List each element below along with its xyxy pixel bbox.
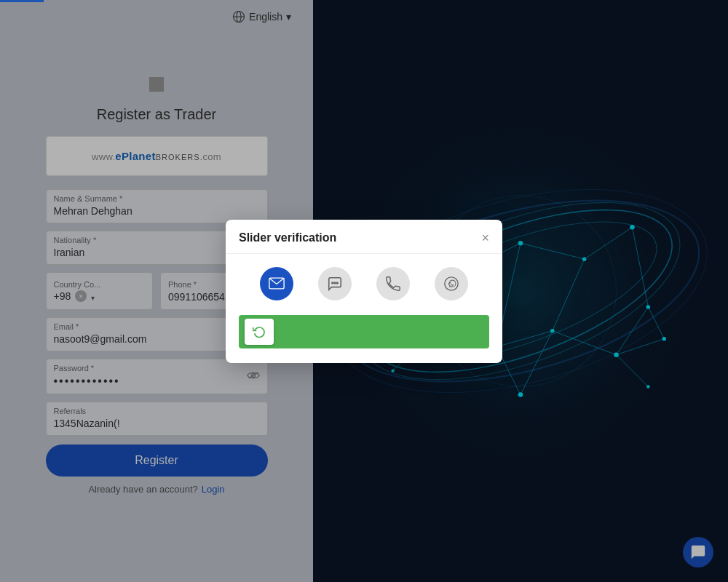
modal-close-button[interactable]: ×: [481, 231, 489, 244]
svg-point-50: [334, 282, 336, 284]
modal-icons-row: [226, 254, 502, 311]
phone-contact-icon[interactable]: [376, 267, 410, 300]
svg-point-49: [332, 282, 333, 284]
slider-handle[interactable]: [245, 319, 274, 345]
modal-overlay: Slider verification ×: [0, 0, 728, 582]
email-contact-icon[interactable]: [260, 267, 293, 300]
whatsapp-contact-icon[interactable]: [435, 267, 468, 300]
slider-track[interactable]: [239, 315, 489, 348]
slider-area: [226, 311, 502, 363]
svg-point-51: [336, 282, 338, 284]
slider-verification-modal: Slider verification ×: [226, 220, 502, 363]
modal-title: Slider verification: [239, 231, 336, 244]
modal-header: Slider verification ×: [226, 220, 502, 254]
sms-contact-icon[interactable]: [318, 267, 352, 300]
